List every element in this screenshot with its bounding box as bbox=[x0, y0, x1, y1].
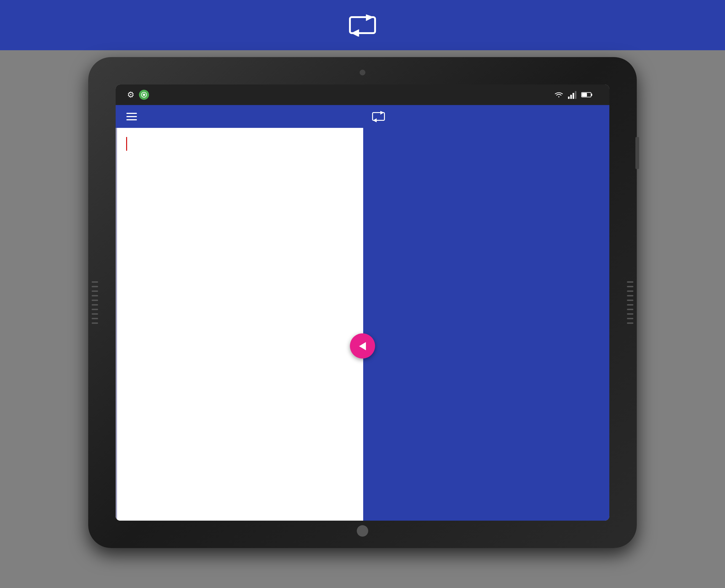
volume-buttons[interactable] bbox=[636, 137, 639, 169]
svg-rect-3 bbox=[568, 97, 569, 99]
navbar-swap-button[interactable] bbox=[367, 111, 390, 122]
text-cursor bbox=[126, 137, 127, 151]
svg-rect-6 bbox=[575, 91, 577, 99]
svg-rect-5 bbox=[572, 93, 574, 99]
app-navbar bbox=[116, 105, 609, 128]
svg-rect-9 bbox=[582, 93, 587, 97]
svg-rect-0 bbox=[350, 17, 375, 33]
hamburger-icon bbox=[126, 113, 137, 120]
menu-button[interactable] bbox=[116, 113, 148, 120]
panels-row bbox=[116, 128, 609, 521]
tablet-screen: ⚙ bbox=[116, 84, 609, 521]
svg-rect-10 bbox=[372, 112, 384, 120]
signal-icon bbox=[568, 91, 577, 99]
tablet-home-button[interactable] bbox=[357, 525, 368, 537]
battery-indicator bbox=[581, 91, 594, 98]
translate-fab-button[interactable] bbox=[350, 333, 375, 358]
notification-icon bbox=[139, 90, 149, 100]
tablet-device: ⚙ bbox=[88, 57, 637, 548]
top-banner bbox=[0, 0, 725, 50]
wifi-icon bbox=[554, 91, 564, 99]
input-text-area[interactable] bbox=[117, 128, 363, 521]
svg-point-2 bbox=[143, 93, 145, 96]
status-right bbox=[554, 91, 598, 99]
tablet-camera bbox=[360, 70, 365, 75]
svg-rect-8 bbox=[591, 93, 592, 96]
speaker-left bbox=[92, 268, 98, 337]
speaker-right bbox=[627, 268, 633, 337]
output-panel bbox=[363, 128, 609, 521]
main-content bbox=[116, 128, 609, 521]
status-bar: ⚙ bbox=[116, 84, 609, 105]
status-left: ⚙ bbox=[127, 90, 149, 100]
svg-rect-4 bbox=[570, 95, 572, 99]
input-panel bbox=[116, 128, 363, 521]
output-text bbox=[363, 128, 609, 521]
svg-marker-29 bbox=[359, 342, 366, 350]
usb-icon: ⚙ bbox=[127, 90, 135, 100]
banner-swap-icon[interactable] bbox=[348, 14, 377, 37]
